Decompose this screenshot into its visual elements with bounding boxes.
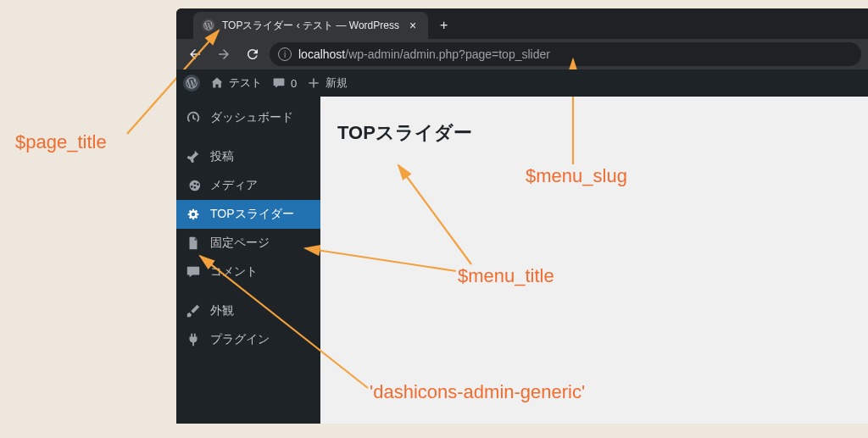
sidebar-item-label: コメント — [210, 264, 258, 280]
wp-admin-bar: テスト 0 新規 — [176, 69, 868, 97]
sidebar-item-page[interactable]: 固定ページ — [176, 229, 320, 258]
sidebar-item-label: 投稿 — [210, 149, 234, 164]
sidebar-item-brush[interactable]: 外観 — [176, 297, 320, 325]
new-label: 新規 — [326, 75, 348, 91]
comment-icon — [185, 264, 202, 280]
page-heading: TOPスライダー — [337, 120, 851, 146]
tab-title: TOPスライダー ‹ テスト — WordPress — [222, 19, 399, 33]
dashboard-icon — [185, 110, 202, 125]
site-name: テスト — [229, 75, 262, 91]
url-path: /wp-admin/admin.php?page=top_slider — [345, 47, 550, 61]
home-icon — [210, 76, 224, 90]
sidebar-item-plugin[interactable]: プラグイン — [176, 325, 320, 354]
sidebar-item-dashboard[interactable]: ダッシュボード — [176, 103, 320, 132]
plus-icon — [307, 76, 320, 90]
comments-link[interactable]: 0 — [272, 76, 297, 90]
sidebar-item-media[interactable]: メディア — [176, 171, 320, 200]
forward-button[interactable] — [212, 42, 236, 66]
annotation-page-title: $page_title — [15, 131, 107, 153]
close-icon[interactable]: × — [406, 19, 420, 32]
brush-icon — [185, 303, 202, 319]
media-icon — [185, 178, 202, 193]
browser-tab[interactable]: TOPスライダー ‹ テスト — WordPress × — [193, 12, 428, 39]
sidebar-item-label: TOPスライダー — [210, 207, 294, 222]
plugin-icon — [185, 332, 202, 347]
wordpress-icon — [183, 75, 200, 91]
sidebar-item-label: 固定ページ — [210, 236, 270, 251]
address-bar: i localhost/wp-admin/admin.php?page=top_… — [176, 39, 868, 69]
pin-icon — [185, 149, 202, 164]
url-host: localhost — [298, 47, 345, 61]
sidebar-item-label: ダッシュボード — [210, 110, 293, 125]
gear-icon — [185, 207, 202, 222]
browser-window: TOPスライダー ‹ テスト — WordPress × + i localho… — [176, 8, 868, 424]
sidebar-item-comment[interactable]: コメント — [176, 258, 320, 286]
sidebar-item-gear[interactable]: TOPスライダー — [176, 200, 320, 229]
comment-icon — [272, 76, 286, 90]
sidebar-item-label: メディア — [210, 178, 258, 193]
tab-bar: TOPスライダー ‹ テスト — WordPress × + — [176, 8, 868, 39]
back-button[interactable] — [183, 42, 207, 66]
wp-logo-menu[interactable] — [183, 75, 200, 91]
page-icon — [185, 236, 202, 251]
wp-content: TOPスライダー — [320, 69, 868, 424]
new-tab-button[interactable]: + — [428, 12, 459, 39]
wp-admin-sidebar: ダッシュボード投稿メディアTOPスライダー固定ページコメント外観プラグイン — [176, 69, 320, 424]
comments-count: 0 — [291, 77, 297, 90]
sidebar-item-label: 外観 — [210, 303, 234, 319]
site-info-icon[interactable]: i — [278, 47, 292, 61]
url-field[interactable]: i localhost/wp-admin/admin.php?page=top_… — [270, 42, 861, 66]
new-content-link[interactable]: 新規 — [307, 75, 348, 91]
wp-area: ダッシュボード投稿メディアTOPスライダー固定ページコメント外観プラグイン TO… — [176, 69, 868, 424]
site-name-link[interactable]: テスト — [210, 75, 262, 91]
reload-button[interactable] — [241, 42, 264, 66]
wordpress-icon — [202, 19, 215, 32]
sidebar-item-label: プラグイン — [210, 332, 270, 347]
sidebar-item-pin[interactable]: 投稿 — [176, 142, 320, 171]
